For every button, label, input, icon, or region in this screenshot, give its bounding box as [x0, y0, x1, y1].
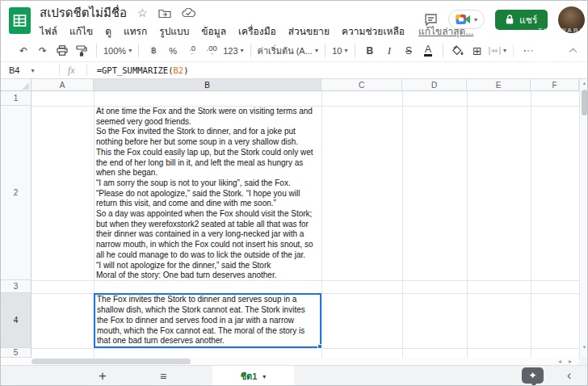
column-header-c[interactable]: C: [321, 79, 402, 91]
redo-button[interactable]: ↷: [35, 42, 51, 60]
chevron-down-icon: ▾: [31, 67, 34, 74]
row-header-1[interactable]: 1: [1, 91, 32, 106]
grid-line: [32, 280, 579, 281]
menu-help[interactable]: ความช่วยเหลือ: [342, 23, 405, 39]
toolbar-divider: [138, 44, 139, 57]
merge-cells-button[interactable]: ▾: [489, 42, 506, 60]
toolbar-divider: [250, 44, 251, 57]
move-to-folder-icon[interactable]: [158, 8, 171, 19]
menu-insert[interactable]: แทรก: [124, 23, 147, 39]
formula-cell-reference: B2: [174, 65, 184, 75]
explore-button[interactable]: ✦: [522, 367, 544, 384]
row-header-2[interactable]: 2: [1, 106, 32, 280]
sparkle-icon: ✦: [528, 370, 536, 381]
toolbar-divider: [443, 44, 443, 57]
chevron-down-icon: ▾: [262, 373, 266, 380]
name-box[interactable]: B4 ▾: [1, 65, 59, 75]
currency-format-button[interactable]: ฿: [145, 42, 162, 60]
add-sheet-button[interactable]: +: [94, 366, 111, 386]
menu-format[interactable]: รูปแบบ: [159, 23, 189, 39]
menubar: ไฟล์ แก้ไข ดู แทรก รูปแบบ ข้อมูล เครื่อง…: [40, 23, 473, 39]
chevron-down-icon: ▾: [474, 16, 477, 23]
print-button[interactable]: [54, 42, 70, 60]
select-all-corner[interactable]: [1, 79, 32, 91]
toolbar-divider: [355, 44, 355, 57]
borders-button[interactable]: ⊞: [469, 42, 485, 60]
sheets-logo[interactable]: [9, 7, 31, 37]
fill-color-button[interactable]: [450, 42, 466, 60]
menu-view[interactable]: ดู: [105, 23, 111, 39]
scroll-up-icon[interactable]: ▴: [580, 80, 588, 86]
undo-button[interactable]: ↶: [15, 42, 32, 60]
increase-decimal-button[interactable]: .00→: [204, 42, 220, 60]
scroll-left-icon[interactable]: ◂: [558, 358, 561, 365]
avatar[interactable]: [558, 6, 585, 33]
row-header-5[interactable]: 5: [1, 348, 32, 358]
column-header-a[interactable]: A: [32, 79, 94, 91]
menu-tools[interactable]: เครื่องมือ: [238, 23, 276, 39]
font-select[interactable]: ค่าเริ่มต้น (A...▾: [258, 42, 318, 60]
strikethrough-button[interactable]: S: [401, 42, 417, 60]
fx-label: fx: [68, 65, 75, 77]
cloud-saved-icon[interactable]: [182, 8, 195, 18]
scroll-down-icon[interactable]: ▾: [580, 344, 588, 350]
column-header-e[interactable]: E: [467, 79, 531, 91]
scroll-right-icon[interactable]: ▸: [569, 358, 572, 365]
share-label: แชร์: [519, 12, 537, 27]
fill-handle[interactable]: [317, 344, 322, 349]
sheet-tab-bar: + ≡ ชีต1 ▾ ✦ ‹: [1, 365, 588, 386]
menu-extensions[interactable]: ส่วนขยาย: [288, 23, 330, 39]
formula-input[interactable]: =GPT_SUMMARIZE(B2): [97, 65, 189, 75]
vertical-scrollbar[interactable]: ▴ ▾: [579, 79, 588, 358]
document-title[interactable]: สเปรดชีตไม่มีชื่อ: [40, 3, 127, 23]
horizontal-scrollbar-thumb[interactable]: [32, 359, 191, 364]
font-size-select[interactable]: 10▾: [332, 42, 348, 60]
row-header-4[interactable]: 4: [1, 293, 32, 348]
column-header-d[interactable]: D: [402, 79, 467, 91]
meet-camera-icon: [456, 14, 471, 25]
more-toolbar-button[interactable]: ⋯: [520, 42, 536, 60]
bold-button[interactable]: B: [362, 42, 378, 60]
toolbar-divider: [513, 44, 514, 57]
toolbar-divider: [96, 44, 97, 57]
sheet-tab-label: ชีต1: [241, 369, 258, 384]
vertical-scrollbar-thumb[interactable]: [582, 90, 587, 115]
text-color-button[interactable]: A: [420, 42, 436, 60]
spreadsheet-grid: A B C D E F 1 2 3 4 5 At one time the Fo…: [1, 79, 588, 358]
italic-button[interactable]: I: [381, 42, 397, 60]
menu-data[interactable]: ข้อมูล: [201, 23, 226, 39]
divider: [59, 65, 60, 76]
more-formats-button[interactable]: 123▾: [223, 42, 243, 60]
column-header-b[interactable]: B: [94, 79, 321, 91]
grid-line: [402, 91, 403, 358]
menu-file[interactable]: ไฟล์: [40, 23, 57, 39]
paint-format-button[interactable]: [74, 42, 90, 60]
all-sheets-button[interactable]: ≡: [155, 366, 171, 386]
toolbar-divider: [325, 44, 326, 57]
share-button[interactable]: แชร์: [495, 10, 548, 30]
column-header-f[interactable]: F: [531, 79, 579, 91]
decrease-decimal-button[interactable]: .0←: [184, 42, 200, 60]
toolbar: ↶ ↷ 100%▾ ฿ % .0← .00→: [1, 40, 588, 62]
grid-line: [467, 91, 468, 358]
zoom-select[interactable]: 100%▾: [103, 42, 132, 60]
row-header-3[interactable]: 3: [1, 280, 32, 293]
grid-line: [531, 91, 531, 358]
cell-b4-summary[interactable]: The Fox invites the Stork to dinner and …: [94, 293, 321, 348]
scrollbar-corner: [579, 358, 588, 365]
show-side-panel-button[interactable]: ‹: [567, 368, 571, 383]
comments-icon[interactable]: [424, 13, 438, 27]
collapse-toolbar-button[interactable]: [565, 42, 581, 60]
titlebar: สเปรดชีตไม่มีชื่อ ☆ ไฟล์ แก้ไข: [1, 1, 588, 40]
cell-b4-text: The Fox invites the Stork to dinner and …: [97, 295, 318, 346]
meet-call-button[interactable]: ▾: [448, 10, 485, 29]
divider: [86, 65, 87, 76]
google-sheets-window: สเปรดชีตไม่มีชื่อ ☆ ไฟล์ แก้ไข: [0, 0, 588, 386]
cell-b2-story-text[interactable]: At one time the Fox and the Stork were o…: [94, 106, 321, 280]
menu-edit[interactable]: แก้ไข: [69, 23, 93, 39]
formula-bar: B4 ▾ fx =GPT_SUMMARIZE(B2): [1, 62, 588, 79]
horizontal-scrollbar[interactable]: ◂ ▸: [1, 358, 579, 365]
sheet-tab-active[interactable]: ชีต1 ▾: [212, 366, 294, 386]
star-icon[interactable]: ☆: [137, 6, 148, 19]
percent-format-button[interactable]: %: [165, 42, 181, 60]
